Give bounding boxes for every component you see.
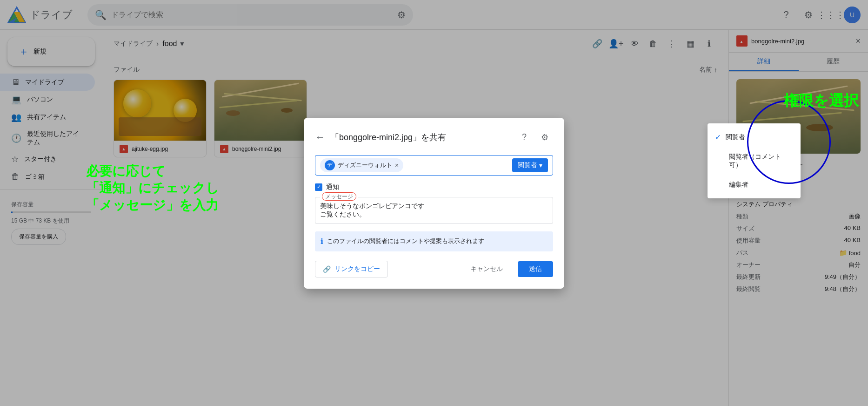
modal-title: 「bonggolre-mini2.jpg」を共有 (331, 132, 510, 143)
dropdown-item-viewer[interactable]: ✓ 閲覧者 (708, 127, 801, 147)
modal-settings-button[interactable]: ⚙ (536, 129, 553, 146)
message-area[interactable]: メッセージ 美味しそうなボンゴレビアンコです ご覧ください。 (315, 197, 553, 224)
notify-row: ✓ 通知 (315, 183, 553, 191)
permission-dropdown: ✓ 閲覧者 閲覧者（コメント可） 編集者 (708, 123, 801, 198)
modal-footer: 🔗 リンクをコピー キャンセル 送信 (315, 261, 553, 277)
cancel-button[interactable]: キャンセル (461, 261, 512, 277)
message-label: メッセージ (320, 193, 358, 201)
recipient-name: ディズニーウォルト (338, 161, 392, 169)
dropdown-item-label-editor: 編集者 (729, 181, 748, 189)
link-copy-button[interactable]: 🔗 リンクをコピー (315, 261, 388, 277)
message-text: 美味しそうなボンゴレビアンコです ご覧ください。 (320, 202, 548, 219)
recipient-avatar: デ (325, 160, 335, 170)
notify-checkbox[interactable]: ✓ (315, 183, 322, 191)
link-copy-label: リンクをコピー (334, 265, 380, 273)
permission-button[interactable]: 閲覧者 ▾ (512, 158, 548, 172)
dropdown-item-label-commenter: 閲覧者（コメント可） (729, 153, 793, 169)
recipient-row[interactable]: デ ディズニーウォルト × 閲覧者 ▾ (315, 155, 553, 176)
dropdown-item-label-viewer: 閲覧者 (726, 133, 745, 142)
modal-overlay[interactable]: ← 「bonggolre-mini2.jpg」を共有 ? ⚙ デ ディズニーウォ… (0, 0, 868, 406)
modal-help-button[interactable]: ? (516, 129, 533, 146)
dropdown-item-commenter[interactable]: 閲覧者（コメント可） (708, 147, 801, 175)
link-icon: 🔗 (323, 265, 331, 273)
info-box: ℹ このファイルの閲覧者にはコメントや提案も表示されます (315, 231, 553, 251)
info-icon: ℹ (320, 237, 323, 246)
message-label-oval: メッセージ (322, 192, 356, 201)
checkbox-check-icon: ✓ (317, 184, 321, 190)
permission-dropdown-icon: ▾ (539, 162, 542, 169)
modal-back-button[interactable]: ← (315, 131, 325, 143)
dropdown-item-editor[interactable]: 編集者 (708, 175, 801, 195)
recipient-chip-remove-button[interactable]: × (395, 162, 399, 169)
modal-icons: ? ⚙ (516, 129, 553, 146)
dropdown-check-icon: ✓ (715, 133, 721, 142)
send-button[interactable]: 送信 (518, 261, 553, 277)
modal-header: ← 「bonggolre-mini2.jpg」を共有 ? ⚙ (315, 129, 553, 146)
info-text: このファイルの閲覧者にはコメントや提案も表示されます (327, 237, 484, 245)
share-modal: ← 「bonggolre-mini2.jpg」を共有 ? ⚙ デ ディズニーウォ… (304, 118, 564, 289)
permission-label: 閲覧者 (518, 161, 537, 169)
notify-label: 通知 (326, 183, 339, 191)
recipient-chip: デ ディズニーウォルト × (320, 158, 403, 172)
